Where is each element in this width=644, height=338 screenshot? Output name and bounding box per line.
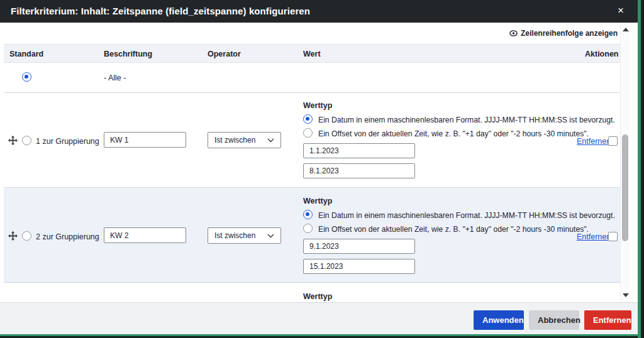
cancel-button[interactable]: Abbrechen <box>529 310 579 330</box>
row2-werttyp-date-label: Ein Datum in einem maschinenlesbaren For… <box>318 211 615 220</box>
show-row-weights-link[interactable]: Zeilenreihenfolge anzeigen <box>509 29 618 38</box>
row2-operator-value: Ist zwischen <box>214 231 255 240</box>
row1-werttyp-option-date: Ein Datum in einem maschinenlesbaren For… <box>303 116 615 124</box>
row2-remove-link[interactable]: Entfernen <box>577 232 611 241</box>
row2-max-date-input[interactable] <box>303 259 415 274</box>
page-edge-accent-bottom <box>0 334 641 336</box>
row1-werttyp-date-radio[interactable] <box>303 114 313 124</box>
scroll-down-icon[interactable] <box>623 293 629 297</box>
row1-remove-checkbox[interactable] <box>608 136 618 146</box>
table-row-default: - Alle - <box>4 63 621 93</box>
row1-max-date-input[interactable] <box>303 163 415 178</box>
col-header-beschriftung: Beschriftung <box>104 50 152 58</box>
table-row-criterion-3-partial: Werttyp <box>4 283 621 302</box>
row2-beschriftung-input[interactable] <box>104 227 186 243</box>
chevron-down-icon <box>267 234 274 238</box>
default-row-label: - Alle - <box>104 74 126 82</box>
chevron-down-icon <box>267 138 274 143</box>
row1-min-date-input[interactable] <box>303 143 415 158</box>
row1-operator-value: Ist zwischen <box>214 136 255 144</box>
row1-grouping-label: 1 zur Gruppierung <box>36 137 99 146</box>
row2-min-date-input[interactable] <box>303 239 415 254</box>
dialog-titlebar: Filterkriterium: Inhalt: Zeitspanne (fie… <box>0 0 638 23</box>
dialog-footer: Anwenden Abbrechen Entfernen <box>0 302 638 334</box>
row2-werttyp-offset-radio[interactable] <box>303 224 313 233</box>
remove-button[interactable]: Entfernen <box>584 310 631 330</box>
default-radio-row1[interactable] <box>22 136 31 145</box>
row2-werttyp-option-offset: Ein Offset von der aktuellen Zeit, wie z… <box>303 225 589 234</box>
col-header-standard: Standard <box>9 50 43 58</box>
col-header-aktionen: Aktionen <box>585 50 618 58</box>
row1-werttyp-date-label: Ein Datum in einem maschinenlesbaren For… <box>318 116 615 124</box>
col-header-wert: Wert <box>303 50 321 58</box>
row3-werttyp-label: Werttyp <box>303 292 332 301</box>
row1-operator-select[interactable]: Ist zwischen <box>208 132 281 148</box>
row1-werttyp-label: Werttyp <box>303 101 332 110</box>
table-row-criterion-2: 2 zur Gruppierung Ist zwischen Werttyp E… <box>4 188 621 283</box>
row2-werttyp-offset-label: Ein Offset von der aktuellen Zeit, wie z… <box>318 225 589 234</box>
scroll-up-icon[interactable] <box>623 28 629 31</box>
drag-handle-icon[interactable] <box>8 136 18 148</box>
drag-handle-icon[interactable] <box>8 231 18 243</box>
dialog-title: Filterkriterium: Inhalt: Zeitspanne (fie… <box>11 6 310 16</box>
close-icon[interactable]: × <box>618 4 624 17</box>
row1-beschriftung-input[interactable] <box>104 132 186 148</box>
eye-icon <box>509 30 518 36</box>
page-background: Filterkriterium: Inhalt: Zeitspanne (fie… <box>0 0 644 338</box>
row2-remove-checkbox[interactable] <box>608 232 618 241</box>
dialog-toolbar: Zeilenreihenfolge anzeigen <box>0 23 638 44</box>
row2-operator-select[interactable]: Ist zwischen <box>208 227 281 244</box>
table-header-row: Standard Beschriftung Operator Wert Akti… <box>4 44 621 63</box>
row1-remove-link[interactable]: Entfernen <box>577 137 611 146</box>
row2-grouping-label: 2 zur Gruppierung <box>36 232 99 241</box>
col-header-operator: Operator <box>208 50 241 58</box>
scrollbar-thumb[interactable] <box>622 134 628 241</box>
row2-werttyp-option-date: Ein Datum in einem maschinenlesbaren For… <box>303 211 615 220</box>
show-row-weights-label: Zeilenreihenfolge anzeigen <box>521 29 618 38</box>
table-row-criterion-1: 1 zur Gruppierung Ist zwischen Werttyp E… <box>4 93 621 188</box>
row1-werttyp-offset-label: Ein Offset von der aktuellen Zeit, wie z… <box>318 129 589 138</box>
row1-werttyp-offset-radio[interactable] <box>303 128 313 138</box>
filter-config-dialog: Filterkriterium: Inhalt: Zeitspanne (fie… <box>0 0 638 334</box>
row2-werttyp-label: Werttyp <box>303 197 332 205</box>
vertical-scrollbar[interactable] <box>620 23 630 302</box>
default-radio-all[interactable] <box>22 72 31 82</box>
row2-werttyp-date-radio[interactable] <box>303 210 313 219</box>
apply-button[interactable]: Anwenden <box>474 310 524 330</box>
page-edge-accent-right <box>638 0 641 338</box>
default-radio-row2[interactable] <box>22 231 31 241</box>
row1-werttyp-option-offset: Ein Offset von der aktuellen Zeit, wie z… <box>303 129 589 138</box>
